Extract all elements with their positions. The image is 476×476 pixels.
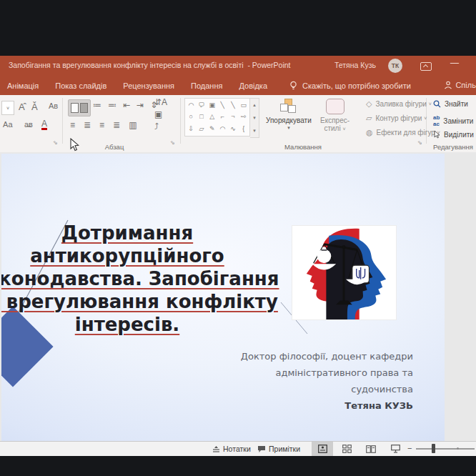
view-normal-button[interactable] bbox=[312, 442, 333, 456]
slideshow-icon bbox=[391, 445, 400, 453]
slide-credits[interactable]: Доктор філософії, доцент кафедри адмініс… bbox=[213, 348, 413, 414]
window-titlebar: Запобігання та врегулювання конфлікту ін… bbox=[0, 56, 476, 76]
shape-icon[interactable]: ⌐ bbox=[221, 114, 224, 120]
slide-title[interactable]: Дотримання антикорупційного законодавств… bbox=[1, 222, 313, 336]
shape-icon[interactable]: □ bbox=[199, 114, 203, 120]
ribbon-icon-button[interactable]: ≣ bbox=[113, 121, 120, 129]
ribbon-icon-button[interactable]: ≣ bbox=[84, 121, 91, 129]
minimize-button[interactable]: — bbox=[450, 58, 459, 68]
tab-help[interactable]: Довідка bbox=[239, 81, 267, 90]
view-slideshow-button[interactable] bbox=[385, 442, 406, 456]
shape-icon[interactable]: ¬ bbox=[231, 114, 234, 120]
normal-view-icon bbox=[318, 445, 327, 453]
bottom-letterbox bbox=[0, 456, 476, 476]
top-letterbox bbox=[0, 0, 476, 56]
ribbon-icon-button[interactable]: ▥ bbox=[129, 121, 137, 129]
text-highlight-button[interactable]: а̶в bbox=[24, 121, 33, 129]
shape-icon[interactable]: ◠ bbox=[188, 102, 194, 109]
zoom-slider-thumb[interactable] bbox=[432, 444, 435, 453]
select-button[interactable]: Виділити ˅ bbox=[433, 130, 476, 139]
shape-icon[interactable]: ✎ bbox=[209, 126, 215, 132]
quick-styles-button[interactable]: Експрес- стилі ˅ bbox=[320, 99, 349, 132]
editing-group-label: Редагування bbox=[419, 143, 476, 151]
ribbon-display-options-icon[interactable] bbox=[420, 62, 432, 71]
view-slide-sorter-button[interactable] bbox=[336, 442, 357, 456]
find-button[interactable]: Знайти bbox=[433, 100, 468, 108]
ribbon-icon-button[interactable]: ≡ bbox=[70, 121, 75, 129]
shape-fill-icon: ◇ bbox=[366, 99, 372, 109]
signed-in-user[interactable]: Тетяна Кузь bbox=[334, 61, 376, 69]
status-bar: Нотатки Примітки bbox=[0, 441, 476, 456]
zoom-slider-track[interactable] bbox=[416, 448, 475, 450]
tab-slideshow[interactable]: Показ слайдів bbox=[55, 81, 106, 90]
group-divider bbox=[180, 98, 181, 144]
shape-icon[interactable]: ○ bbox=[189, 114, 193, 120]
shape-icon[interactable]: ∿ bbox=[230, 126, 236, 132]
shape-effects-icon: ◍ bbox=[366, 128, 373, 137]
change-case-button[interactable]: Аа bbox=[3, 121, 13, 129]
window-title: Запобігання та врегулювання конфлікту ін… bbox=[9, 61, 291, 69]
mouse-cursor bbox=[70, 138, 79, 152]
view-reading-button[interactable] bbox=[360, 442, 382, 456]
ribbon-icon-button[interactable]: ⇵А bbox=[154, 98, 167, 106]
justice-scales-graphic bbox=[292, 226, 396, 319]
shape-outline-button[interactable]: ▱ Контур фігури ˅ bbox=[366, 114, 427, 123]
font-size-box[interactable]: ˅ bbox=[1, 101, 14, 115]
font-color-button[interactable]: А bbox=[41, 119, 47, 130]
arrange-button[interactable]: Упорядкувати ▾ bbox=[266, 99, 312, 131]
tell-me-placeholder: Скажіть, що потрібно зробити bbox=[302, 81, 411, 90]
zoom-out-button[interactable]: − bbox=[407, 444, 412, 452]
shape-icon[interactable]: 🗩 bbox=[198, 102, 204, 109]
ribbon-icon-button[interactable]: ⇥ bbox=[137, 101, 144, 109]
shape-icon[interactable]: ⇩ bbox=[189, 126, 194, 132]
shape-icon[interactable]: ▱ bbox=[199, 126, 204, 132]
shape-effects-button[interactable]: ◍ Ефекти для фігур ˅ bbox=[366, 128, 440, 137]
notes-button[interactable]: Нотатки bbox=[212, 442, 251, 456]
ribbon-icon-button[interactable]: ▣ bbox=[154, 110, 167, 119]
shrink-font-button[interactable]: А̌ bbox=[31, 102, 38, 111]
shape-icon[interactable]: ▭ bbox=[240, 102, 247, 109]
quick-styles-icon bbox=[326, 99, 344, 114]
share-label: Спільн bbox=[455, 81, 476, 89]
clear-formatting-button[interactable]: Ав bbox=[49, 102, 58, 110]
replace-button[interactable]: abac Замінити bbox=[433, 114, 473, 127]
shape-icon[interactable]: △ bbox=[209, 114, 214, 120]
ribbon-icon-button[interactable]: ⇤ bbox=[123, 101, 130, 109]
slide[interactable]: Дотримання антикорупційного законодавств… bbox=[1, 154, 445, 441]
ribbon-icon-button[interactable]: ≕ bbox=[108, 101, 116, 109]
shape-icon[interactable]: { bbox=[242, 126, 244, 132]
paragraph-pressed-button[interactable] bbox=[68, 99, 91, 116]
shape-icon[interactable]: ◠ bbox=[219, 126, 225, 132]
shape-icon[interactable]: ╲ bbox=[231, 102, 234, 109]
paragraph-group-label: Абзац bbox=[89, 143, 139, 151]
slide-image[interactable] bbox=[292, 225, 397, 320]
search-icon bbox=[433, 100, 441, 108]
share-button[interactable]: Спільн bbox=[444, 81, 476, 89]
replace-icon: abac bbox=[433, 114, 440, 127]
comments-button[interactable]: Примітки bbox=[257, 442, 300, 456]
notes-icon bbox=[212, 445, 220, 453]
shape-icon[interactable]: ╲ bbox=[221, 102, 224, 109]
ribbon-icon-button[interactable]: ≔ bbox=[93, 101, 101, 109]
lightbulb-icon bbox=[289, 81, 297, 91]
reading-view-icon bbox=[366, 445, 376, 453]
tell-me-box[interactable]: Скажіть, що потрібно зробити bbox=[289, 81, 411, 91]
avatar[interactable]: ТК bbox=[388, 59, 402, 73]
paragraph-row1: ≔≕⇤⇥⇕ bbox=[93, 101, 157, 109]
tab-review[interactable]: Рецензування bbox=[123, 81, 174, 90]
shape-fill-button[interactable]: ◇ Заливка фігури ˅ bbox=[366, 99, 432, 109]
font-dialog-launcher[interactable]: ⇘ bbox=[53, 139, 58, 146]
ribbon-icon-button[interactable]: ≡ bbox=[99, 121, 104, 129]
shape-outline-icon: ▱ bbox=[366, 114, 372, 123]
ribbon-icon-button[interactable]: ⤴ bbox=[154, 122, 167, 131]
select-arrow-icon bbox=[433, 130, 440, 139]
person-icon bbox=[444, 81, 452, 89]
shapes-gallery-scroll[interactable]: ▴▾▾ bbox=[250, 98, 259, 138]
paragraph-dialog-launcher[interactable]: ⇘ bbox=[170, 139, 175, 146]
shape-icon[interactable]: ▣ bbox=[209, 102, 215, 109]
tab-view[interactable]: Подання bbox=[191, 81, 222, 90]
shapes-gallery[interactable]: ◠🗩▣╲╲▭○□△⌐¬⇨⇩▱✎◠∿{ bbox=[184, 98, 250, 137]
tab-animations[interactable]: Анімація bbox=[7, 81, 39, 90]
shape-icon[interactable]: ⇨ bbox=[241, 114, 247, 120]
grow-font-button[interactable]: А̂ bbox=[19, 102, 25, 111]
